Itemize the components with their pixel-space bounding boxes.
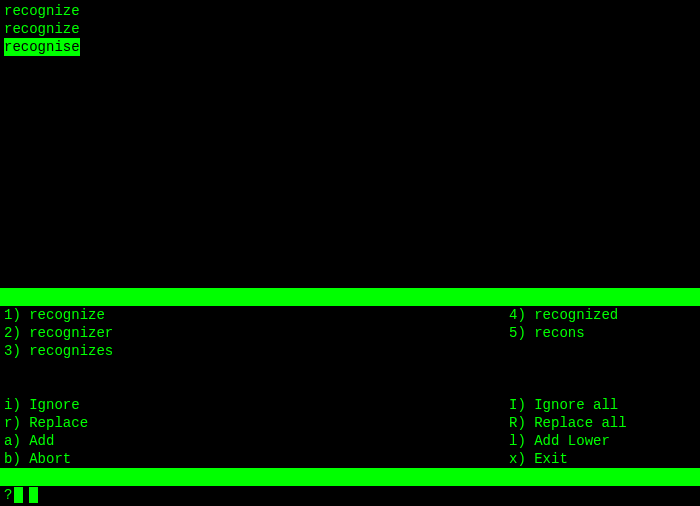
suggestion-key: 3 [4, 343, 12, 359]
suggestion-item[interactable]: 3) recognizes [4, 342, 509, 360]
command-key: x [509, 451, 517, 467]
command-exit[interactable]: x) Exit [509, 450, 696, 468]
command-key: I [509, 397, 517, 413]
command-abort[interactable]: b) Abort [4, 450, 509, 468]
command-label: Replace all [534, 415, 626, 431]
suggestion-word: recognizes [29, 343, 113, 359]
command-ignore[interactable]: i) Ignore [4, 396, 509, 414]
misspelled-word: recognise [4, 38, 80, 56]
command-label: Ignore all [534, 397, 618, 413]
prompt-area[interactable]: ? [0, 486, 700, 504]
command-label: Exit [534, 451, 568, 467]
suggestion-key: 1 [4, 307, 12, 323]
suggestion-word: recognizer [29, 325, 113, 341]
separator-bar [0, 288, 700, 306]
suggestion-word: recognized [534, 307, 618, 323]
commands-area: i) Ignore r) Replace a) Add b) Abort I) … [0, 396, 700, 468]
suggestion-key: 4 [509, 307, 517, 323]
command-key: i [4, 397, 12, 413]
cursor-icon [29, 487, 38, 503]
commands-column-left: i) Ignore r) Replace a) Add b) Abort [4, 396, 509, 468]
document-word: recognize [4, 21, 80, 37]
command-key: b [4, 451, 12, 467]
empty-space [0, 56, 700, 288]
command-key: r [4, 415, 12, 431]
command-key: a [4, 433, 12, 449]
suggestion-item[interactable]: 2) recognizer [4, 324, 509, 342]
document-line: recognize [4, 2, 696, 20]
command-ignore-all[interactable]: I) Ignore all [509, 396, 696, 414]
document-line: recognize [4, 20, 696, 38]
suggestion-word: recons [534, 325, 584, 341]
cursor-icon [14, 487, 23, 503]
commands-column-right: I) Ignore all R) Replace all l) Add Lowe… [509, 396, 696, 468]
command-key: l [509, 433, 517, 449]
command-label: Abort [29, 451, 71, 467]
suggestion-item[interactable]: 4) recognized [509, 306, 696, 324]
document-word: recognize [4, 3, 80, 19]
blank-area [0, 360, 700, 396]
command-label: Replace [29, 415, 88, 431]
command-label: Add Lower [534, 433, 610, 449]
suggestion-key: 5 [509, 325, 517, 341]
document-line: recognise [4, 38, 696, 56]
command-label: Add [29, 433, 54, 449]
command-add-lower[interactable]: l) Add Lower [509, 432, 696, 450]
suggestions-area: 1) recognize 2) recognizer 3) recognizes… [0, 306, 700, 360]
command-replace-all[interactable]: R) Replace all [509, 414, 696, 432]
document-area: recognize recognize recognise [0, 0, 700, 56]
command-label: Ignore [29, 397, 79, 413]
suggestion-word: recognize [29, 307, 105, 323]
command-replace[interactable]: r) Replace [4, 414, 509, 432]
prompt-char: ? [4, 486, 12, 504]
separator-bar [0, 468, 700, 486]
command-add[interactable]: a) Add [4, 432, 509, 450]
suggestion-key: 2 [4, 325, 12, 341]
suggestions-column-right: 4) recognized 5) recons [509, 306, 696, 360]
command-key: R [509, 415, 517, 431]
suggestion-item[interactable]: 1) recognize [4, 306, 509, 324]
suggestion-item[interactable]: 5) recons [509, 324, 696, 342]
suggestions-column-left: 1) recognize 2) recognizer 3) recognizes [4, 306, 509, 360]
